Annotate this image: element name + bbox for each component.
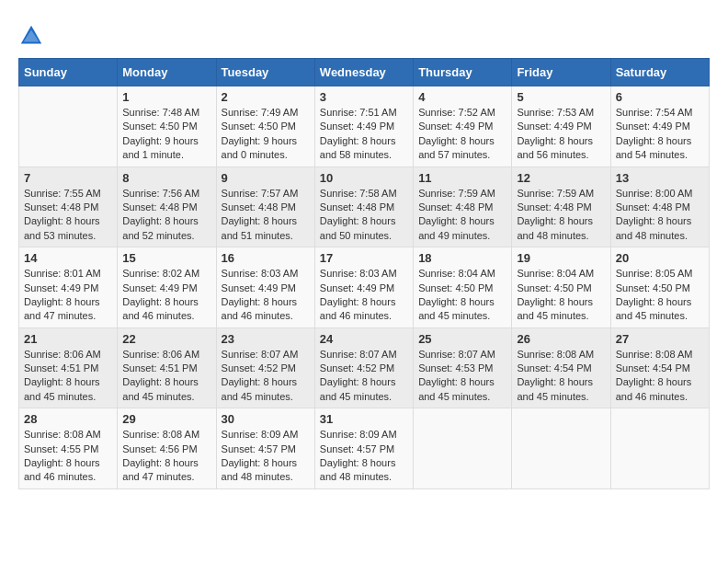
day-number: 20 (616, 251, 704, 265)
calendar-table: SundayMondayTuesdayWednesdayThursdayFrid… (18, 58, 710, 489)
calendar-cell: 22Sunrise: 8:06 AMSunset: 4:51 PMDayligh… (118, 327, 216, 408)
calendar-cell: 7Sunrise: 7:55 AMSunset: 4:48 PMDaylight… (19, 167, 118, 247)
calendar-cell: 20Sunrise: 8:05 AMSunset: 4:50 PMDayligh… (610, 247, 709, 328)
sunrise-text: Sunrise: 8:06 AM (24, 349, 101, 360)
sunrise-text: Sunrise: 8:02 AM (122, 268, 199, 279)
calendar-cell: 31Sunrise: 8:09 AMSunset: 4:57 PMDayligh… (314, 408, 413, 489)
day-number: 6 (616, 90, 704, 104)
day-info: Sunrise: 8:00 AMSunset: 4:48 PMDaylight:… (616, 187, 704, 244)
sunrise-text: Sunrise: 8:09 AM (320, 429, 397, 440)
sunrise-text: Sunrise: 8:01 AM (24, 268, 101, 279)
sunset-text: Sunset: 4:50 PM (222, 121, 296, 132)
daylight-text: Daylight: 8 hours and 53 minutes. (24, 215, 100, 240)
sunrise-text: Sunrise: 8:00 AM (616, 188, 693, 199)
day-info: Sunrise: 7:54 AMSunset: 4:49 PMDaylight:… (616, 106, 704, 163)
day-info: Sunrise: 7:53 AMSunset: 4:49 PMDaylight:… (517, 106, 605, 163)
sunset-text: Sunset: 4:49 PM (320, 282, 394, 293)
daylight-text: Daylight: 8 hours and 45 minutes. (418, 296, 495, 321)
sunrise-text: Sunrise: 7:49 AM (222, 107, 299, 118)
calendar-cell: 10Sunrise: 7:58 AMSunset: 4:48 PMDayligh… (314, 167, 413, 247)
weekday-header: Sunday (19, 59, 118, 86)
daylight-text: Daylight: 8 hours and 47 minutes. (122, 457, 199, 482)
sunrise-text: Sunrise: 8:08 AM (616, 349, 693, 360)
calendar-cell: 30Sunrise: 8:09 AMSunset: 4:57 PMDayligh… (216, 408, 314, 489)
day-number: 8 (122, 171, 210, 185)
daylight-text: Daylight: 8 hours and 45 minutes. (517, 296, 593, 321)
day-number: 3 (320, 90, 408, 104)
calendar-cell: 15Sunrise: 8:02 AMSunset: 4:49 PMDayligh… (118, 247, 216, 328)
day-info: Sunrise: 8:04 AMSunset: 4:50 PMDaylight:… (418, 267, 506, 324)
day-info: Sunrise: 8:05 AMSunset: 4:50 PMDaylight:… (616, 267, 704, 324)
daylight-text: Daylight: 8 hours and 45 minutes. (222, 376, 298, 401)
day-number: 12 (517, 171, 605, 185)
sunrise-text: Sunrise: 7:59 AM (418, 188, 495, 199)
day-info: Sunrise: 8:04 AMSunset: 4:50 PMDaylight:… (517, 267, 605, 324)
calendar-cell: 21Sunrise: 8:06 AMSunset: 4:51 PMDayligh… (19, 327, 118, 408)
sunset-text: Sunset: 4:54 PM (616, 362, 690, 373)
calendar-cell: 12Sunrise: 7:59 AMSunset: 4:48 PMDayligh… (512, 167, 610, 247)
day-number: 27 (616, 332, 704, 346)
sunset-text: Sunset: 4:49 PM (418, 121, 493, 132)
day-info: Sunrise: 8:07 AMSunset: 4:53 PMDaylight:… (418, 348, 506, 405)
sunset-text: Sunset: 4:49 PM (320, 121, 394, 132)
daylight-text: Daylight: 8 hours and 45 minutes. (320, 376, 396, 401)
calendar-cell: 19Sunrise: 8:04 AMSunset: 4:50 PMDayligh… (512, 247, 610, 328)
daylight-text: Daylight: 8 hours and 50 minutes. (320, 215, 396, 240)
sunrise-text: Sunrise: 8:04 AM (517, 268, 594, 279)
sunrise-text: Sunrise: 8:09 AM (222, 429, 299, 440)
sunset-text: Sunset: 4:50 PM (517, 282, 591, 293)
sunrise-text: Sunrise: 8:08 AM (24, 429, 101, 440)
day-info: Sunrise: 8:09 AMSunset: 4:57 PMDaylight:… (222, 428, 310, 485)
sunrise-text: Sunrise: 7:53 AM (517, 107, 594, 118)
calendar-week-row: 7Sunrise: 7:55 AMSunset: 4:48 PMDaylight… (19, 167, 710, 247)
day-info: Sunrise: 8:08 AMSunset: 4:54 PMDaylight:… (616, 348, 704, 405)
calendar-cell: 18Sunrise: 8:04 AMSunset: 4:50 PMDayligh… (414, 247, 512, 328)
day-number: 7 (24, 171, 112, 185)
daylight-text: Daylight: 8 hours and 48 minutes. (222, 457, 298, 482)
calendar-cell: 8Sunrise: 7:56 AMSunset: 4:48 PMDaylight… (118, 167, 216, 247)
day-info: Sunrise: 7:52 AMSunset: 4:49 PMDaylight:… (418, 106, 506, 163)
daylight-text: Daylight: 8 hours and 46 minutes. (122, 296, 199, 321)
calendar-cell: 1Sunrise: 7:48 AMSunset: 4:50 PMDaylight… (118, 86, 216, 167)
sunset-text: Sunset: 4:48 PM (320, 201, 394, 213)
day-info: Sunrise: 8:06 AMSunset: 4:51 PMDaylight:… (24, 348, 112, 405)
day-number: 17 (320, 251, 408, 265)
weekday-header: Thursday (414, 59, 512, 86)
day-info: Sunrise: 8:08 AMSunset: 4:55 PMDaylight:… (24, 428, 112, 485)
calendar-header: SundayMondayTuesdayWednesdayThursdayFrid… (19, 59, 710, 86)
sunset-text: Sunset: 4:51 PM (24, 362, 98, 373)
sunset-text: Sunset: 4:50 PM (122, 121, 197, 132)
daylight-text: Daylight: 8 hours and 54 minutes. (616, 135, 692, 160)
daylight-text: Daylight: 8 hours and 48 minutes. (517, 215, 593, 240)
day-info: Sunrise: 8:03 AMSunset: 4:49 PMDaylight:… (222, 267, 310, 324)
calendar-cell: 4Sunrise: 7:52 AMSunset: 4:49 PMDaylight… (414, 86, 512, 167)
day-number: 9 (222, 171, 310, 185)
logo (18, 23, 48, 49)
day-number: 22 (122, 332, 210, 346)
sunset-text: Sunset: 4:56 PM (122, 443, 197, 454)
calendar-week-row: 28Sunrise: 8:08 AMSunset: 4:55 PMDayligh… (19, 408, 710, 489)
day-info: Sunrise: 8:06 AMSunset: 4:51 PMDaylight:… (122, 348, 210, 405)
sunrise-text: Sunrise: 8:07 AM (222, 349, 299, 360)
weekday-row: SundayMondayTuesdayWednesdayThursdayFrid… (19, 59, 710, 86)
daylight-text: Daylight: 8 hours and 47 minutes. (24, 296, 100, 321)
calendar-cell: 17Sunrise: 8:03 AMSunset: 4:49 PMDayligh… (314, 247, 413, 328)
page-header (18, 18, 710, 49)
sunrise-text: Sunrise: 8:03 AM (320, 268, 397, 279)
weekday-header: Wednesday (314, 59, 413, 86)
sunrise-text: Sunrise: 8:05 AM (616, 268, 693, 279)
sunset-text: Sunset: 4:48 PM (122, 201, 197, 213)
day-info: Sunrise: 8:07 AMSunset: 4:52 PMDaylight:… (320, 348, 408, 405)
calendar-cell (512, 408, 610, 489)
calendar-cell (414, 408, 512, 489)
day-info: Sunrise: 7:56 AMSunset: 4:48 PMDaylight:… (122, 187, 210, 244)
sunrise-text: Sunrise: 8:08 AM (122, 429, 199, 440)
sunrise-text: Sunrise: 7:59 AM (517, 188, 594, 199)
daylight-text: Daylight: 8 hours and 48 minutes. (320, 457, 396, 482)
calendar-cell: 3Sunrise: 7:51 AMSunset: 4:49 PMDaylight… (314, 86, 413, 167)
sunset-text: Sunset: 4:51 PM (122, 362, 197, 373)
day-number: 1 (122, 90, 210, 104)
day-number: 5 (517, 90, 605, 104)
sunset-text: Sunset: 4:49 PM (616, 121, 690, 132)
sunrise-text: Sunrise: 8:07 AM (320, 349, 397, 360)
